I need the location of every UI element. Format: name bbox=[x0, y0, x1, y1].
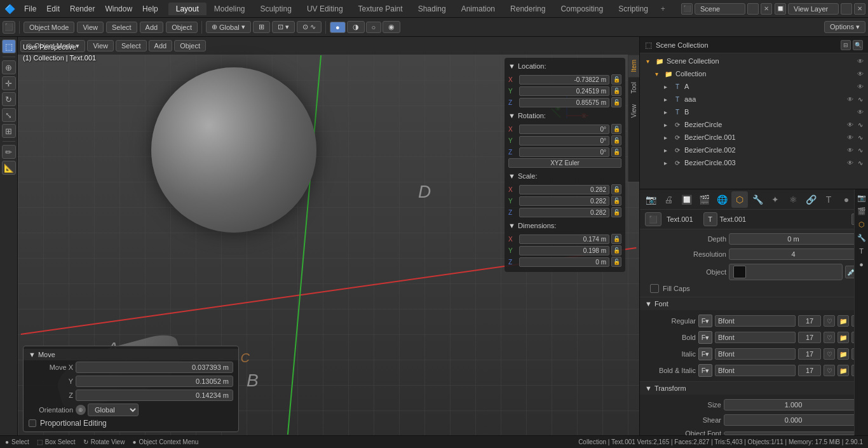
outliner-item-a[interactable]: ▸ T A 👁 bbox=[640, 80, 868, 93]
prop-output-icon[interactable]: 🖨 bbox=[660, 191, 677, 208]
menu-help[interactable]: Help bbox=[137, 3, 163, 15]
global-select-btn[interactable]: ⊕ Global ▾ bbox=[206, 21, 251, 33]
workspace-animation[interactable]: Animation bbox=[454, 3, 503, 15]
prop-world-icon[interactable]: 🌐 bbox=[714, 191, 730, 208]
outliner-bezier-1[interactable]: ▸ ⟳ BezierCircle.001 👁 ∿ bbox=[640, 131, 868, 144]
rot-y-lock-icon[interactable]: 🔓 bbox=[611, 135, 621, 146]
mode-modifier-icon[interactable]: 🔧 bbox=[856, 232, 867, 243]
annotate-tool-btn[interactable]: ✏ bbox=[2, 145, 16, 159]
rot-z-value[interactable]: 0° bbox=[519, 147, 609, 157]
loc-z-value[interactable]: 0.85575 m bbox=[519, 98, 609, 107]
select-menu-btn[interactable]: Select bbox=[106, 22, 137, 33]
bezier3-vis-icon[interactable]: 👁 bbox=[845, 158, 855, 168]
bezier2-vis-icon[interactable]: 👁 bbox=[845, 145, 855, 155]
workspace-modeling[interactable]: Modeling bbox=[207, 3, 253, 15]
font-section-header[interactable]: ▼ Font bbox=[640, 297, 868, 310]
workspace-uv-editing[interactable]: UV Editing bbox=[299, 3, 351, 15]
transform-options-btn[interactable]: ⊞ bbox=[253, 21, 270, 33]
vp-mode-dropdown[interactable]: ◎ Object Mode ▾ bbox=[20, 40, 85, 52]
snapping-btn[interactable]: ⊡ ▾ bbox=[272, 21, 295, 33]
proportional-checkbox[interactable] bbox=[29, 419, 36, 427]
dim-x-lock-icon[interactable]: 🔓 bbox=[611, 234, 621, 244]
view-tab[interactable]: View bbox=[628, 99, 639, 123]
shading-rendered-btn[interactable]: ○ bbox=[366, 22, 382, 33]
scene-col-vis-icon[interactable]: 👁 bbox=[855, 56, 865, 66]
menu-file[interactable]: File bbox=[19, 3, 41, 15]
workspace-add-button[interactable]: + bbox=[656, 3, 670, 15]
outliner-bezier-0[interactable]: ▸ ⟳ BezierCircle 👁 ∿ bbox=[640, 118, 868, 131]
cursor-tool-btn[interactable]: ⊕ bbox=[2, 60, 16, 74]
mode-data-icon[interactable]: T bbox=[856, 245, 867, 257]
mode-scene-icon[interactable]: 🎬 bbox=[856, 205, 867, 217]
loc-x-lock-icon[interactable]: 🔓 bbox=[611, 74, 621, 85]
prop-object-icon[interactable]: ⬡ bbox=[731, 191, 748, 208]
font-bold-italic-heart-icon[interactable]: ♡ bbox=[824, 365, 835, 376]
mode-render-icon[interactable]: 📷 bbox=[856, 192, 867, 203]
orientation-dropdown[interactable]: Global Local Normal bbox=[88, 404, 139, 416]
size-value[interactable]: 1.000 bbox=[724, 399, 863, 411]
dim-z-lock-icon[interactable]: 🔓 bbox=[611, 257, 621, 267]
scale-x-lock-icon[interactable]: 🔓 bbox=[611, 184, 621, 194]
font-bold-heart-icon[interactable]: ♡ bbox=[824, 332, 835, 343]
depth-value[interactable]: 0 m bbox=[729, 233, 858, 245]
prop-particles-icon[interactable]: ✦ bbox=[767, 191, 783, 208]
dim-y-value[interactable]: 0.198 m bbox=[519, 246, 609, 255]
search-icon[interactable]: 🔍 bbox=[853, 40, 863, 50]
transform-tool-btn[interactable]: ⊞ bbox=[2, 124, 16, 138]
scale-x-value[interactable]: 0.282 bbox=[519, 185, 609, 194]
prop-constraints-icon[interactable]: 🔗 bbox=[803, 191, 819, 208]
scale-y-lock-icon[interactable]: 🔓 bbox=[611, 196, 621, 206]
font-bold-italic-folder-icon[interactable]: 📁 bbox=[837, 365, 849, 376]
editor-type-btn[interactable]: ⬛ bbox=[3, 21, 15, 34]
outliner-item-aaa[interactable]: ▸ T aaa 👁 ∿ bbox=[640, 93, 868, 105]
scene-remove-icon[interactable]: ✕ bbox=[761, 3, 772, 15]
vp-add-menu[interactable]: Add bbox=[149, 40, 173, 51]
workspace-layout[interactable]: Layout bbox=[168, 3, 207, 15]
loc-y-value[interactable]: 0.24519 m bbox=[519, 86, 609, 96]
collection-vis-icon[interactable]: 👁 bbox=[855, 69, 865, 79]
mode-material-icon[interactable]: ● bbox=[856, 259, 867, 270]
outliner-collection[interactable]: ▾ 📁 Collection 👁 bbox=[640, 67, 868, 80]
prop-material-icon[interactable]: ● bbox=[838, 191, 855, 208]
prop-data-icon[interactable]: T bbox=[820, 191, 837, 208]
scale-tool-btn[interactable]: ⤡ bbox=[2, 108, 16, 122]
dim-x-value[interactable]: 0.174 m bbox=[519, 234, 609, 244]
loc-z-lock-icon[interactable]: 🔓 bbox=[611, 97, 621, 107]
vp-select-menu[interactable]: Select bbox=[116, 40, 147, 51]
rotate-tool-btn[interactable]: ↻ bbox=[2, 92, 16, 106]
rot-z-lock-icon[interactable]: 🔓 bbox=[611, 147, 621, 157]
font-regular-type-btn[interactable]: F▾ bbox=[698, 315, 712, 327]
font-regular-name[interactable]: Bfont bbox=[715, 315, 796, 327]
loc-y-lock-icon[interactable]: 🔓 bbox=[611, 86, 621, 96]
measure-tool-btn[interactable]: 📐 bbox=[2, 161, 16, 175]
font-regular-size[interactable]: 17 bbox=[798, 315, 821, 327]
workspace-texture-paint[interactable]: Texture Paint bbox=[351, 3, 410, 15]
scale-y-value[interactable]: 0.282 bbox=[519, 196, 609, 206]
rot-x-lock-icon[interactable]: 🔓 bbox=[611, 124, 621, 134]
move-y-field[interactable] bbox=[76, 376, 233, 387]
rotation-mode-dropdown[interactable]: XYZ Euler bbox=[508, 158, 621, 168]
view-layer-remove-icon[interactable]: ✕ bbox=[854, 3, 865, 15]
move-tool-btn[interactable]: ✛ bbox=[2, 76, 16, 90]
workspace-compositing[interactable]: Compositing bbox=[553, 3, 611, 15]
font-transform-header[interactable]: ▼ Transform bbox=[640, 382, 868, 395]
move-z-field[interactable] bbox=[76, 390, 233, 401]
workspace-sculpting[interactable]: Sculpting bbox=[253, 3, 299, 15]
move-panel-header[interactable]: ▼ Move bbox=[24, 349, 238, 360]
scale-z-value[interactable]: 0.282 bbox=[519, 208, 609, 217]
font-italic-type-btn[interactable]: F▾ bbox=[698, 348, 712, 360]
shading-solid-btn[interactable]: ● bbox=[330, 22, 346, 33]
tool-tab[interactable]: Tool bbox=[628, 77, 639, 98]
filter-icon[interactable]: ⊟ bbox=[841, 40, 851, 50]
item-tab[interactable]: Item bbox=[628, 55, 639, 77]
item-a-vis-icon[interactable]: 👁 bbox=[855, 81, 865, 92]
menu-render[interactable]: Render bbox=[65, 3, 100, 15]
menu-window[interactable]: Window bbox=[100, 3, 137, 15]
outliner-scene-collection[interactable]: ▾ 📁 Scene Collection 👁 bbox=[640, 55, 868, 67]
scene-icon[interactable]: ⬛ bbox=[681, 3, 693, 15]
rot-y-value[interactable]: 0° bbox=[519, 136, 609, 146]
shear-value[interactable]: 0.000 bbox=[724, 414, 863, 426]
loc-x-value[interactable]: -0.73822 m bbox=[519, 75, 609, 85]
prop-physics-icon[interactable]: ⚛ bbox=[785, 191, 801, 208]
dim-y-lock-icon[interactable]: 🔓 bbox=[611, 245, 621, 255]
